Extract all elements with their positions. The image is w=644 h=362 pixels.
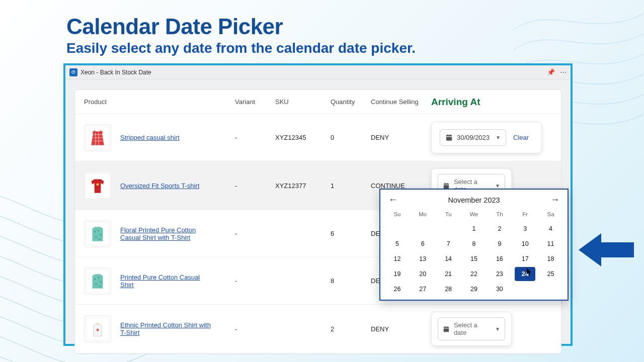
calendar-next-month[interactable]: → [550,195,559,205]
product-link[interactable]: Floral Printed Pure Cotton Casual Shirt … [120,226,211,241]
product-thumbnail [84,124,111,151]
cell-variant: - [235,230,275,237]
window-titlebar: ⟳ Xeon - Back In Stock Date 📌 ⋯ [65,65,571,79]
svg-point-15 [94,278,96,280]
product-thumbnail [84,220,111,247]
calendar-day[interactable]: 20 [413,267,433,281]
calendar-day[interactable]: 12 [387,252,408,266]
calendar-day[interactable]: 11 [540,237,561,251]
app-icon: ⟳ [69,68,77,76]
product-thumbnail [84,315,111,342]
app-window: ⟳ Xeon - Back In Stock Date 📌 ⋯ Product … [63,63,573,346]
table-row: Stripped casual shirt-XYZ123450DENY30/09… [75,114,561,161]
calendar-day[interactable]: 8 [464,237,485,251]
callout-arrow-icon [579,232,634,269]
calendar-day[interactable]: 30 [489,282,510,296]
calendar-day[interactable]: 28 [438,282,459,296]
cell-sku: XYZ12345 [275,134,331,141]
table-row: Ethnic Printed Cotton Shirt with T-Shirt… [75,305,561,353]
svg-point-18 [95,283,97,285]
select-date-button[interactable]: Select a date▼ [438,317,505,340]
cell-arriving: 30/09/2023▼Clear [431,122,552,153]
col-variant: Variant [235,98,275,106]
cell-quantity: 1 [331,182,371,190]
calendar-day[interactable]: 21 [438,267,459,281]
cell-sku: XYZ12377 [275,182,331,190]
cell-variant: - [235,134,275,141]
cell-quantity: 8 [331,277,371,285]
calendar-day[interactable]: 3 [515,222,535,236]
calendar-day[interactable]: 10 [515,237,535,251]
calendar-day-of-week: Fr [512,208,538,221]
svg-rect-21 [97,329,99,331]
product-link[interactable]: Printed Pure Cotton Casual Shirt [120,274,211,289]
cell-continue-selling: DENY [371,325,431,333]
cell-variant: - [235,325,275,333]
svg-point-19 [99,285,101,287]
svg-point-10 [98,230,100,231]
calendar-day[interactable]: 17 [515,252,535,266]
product-thumbnail [84,267,111,295]
calendar-day[interactable]: 14 [438,252,459,266]
cursor-icon [526,268,533,278]
cell-quantity: 2 [331,325,371,333]
calendar-day[interactable]: 15 [464,252,485,266]
calendar-day[interactable]: 6 [413,237,433,251]
svg-point-11 [100,234,102,235]
calendar-day[interactable]: 16 [489,252,510,266]
window-title: Xeon - Back In Stock Date [80,69,151,76]
arrival-date-button[interactable]: 30/09/2023▼ [440,129,506,146]
calendar-month-label: November 2023 [448,196,500,204]
col-continue: Continue Selling [371,98,431,106]
cell-arriving: Select a date▼ [431,312,552,346]
calendar-day-of-week: We [461,208,487,221]
svg-point-16 [98,277,100,279]
calendar-day[interactable]: 22 [464,267,485,281]
col-arriving: Arriving At [431,97,552,108]
svg-point-13 [99,238,101,239]
calendar-day[interactable]: 13 [413,252,433,266]
calendar-prev-month[interactable]: ← [388,195,397,205]
calendar-day[interactable]: 5 [387,237,408,251]
svg-point-9 [94,231,96,232]
svg-point-12 [95,236,97,237]
calendar-day-of-week: Su [384,208,410,221]
calendar-day[interactable]: 19 [387,267,408,281]
cell-variant: - [235,182,275,190]
calendar-day-of-week: Tu [436,208,461,221]
calendar-day[interactable]: 9 [489,237,510,251]
page-title: Calendar Date Picker [66,14,644,39]
calendar-day[interactable]: 25 [540,267,561,281]
svg-point-7 [97,183,99,186]
calendar-day-of-week: Th [487,208,512,221]
cell-quantity: 6 [331,230,371,237]
calendar-day[interactable]: 29 [464,282,485,296]
product-link[interactable]: Stripped casual shirt [120,134,180,141]
svg-point-17 [100,281,102,283]
calendar-popover: ← November 2023 → SuMoTuWeThFrSa12345678… [379,189,569,301]
calendar-day-of-week: Sa [538,208,564,221]
calendar-day[interactable]: 18 [540,252,561,266]
calendar-day[interactable]: 23 [489,267,510,281]
calendar-day[interactable]: 4 [540,222,561,236]
product-link[interactable]: Ethnic Printed Cotton Shirt with T-Shirt [120,321,211,336]
calendar-day[interactable]: 2 [489,222,510,236]
clear-date-link[interactable]: Clear [513,134,529,141]
product-link[interactable]: Oversized Fit Sports T-shirt [120,182,199,190]
product-thumbnail [84,172,111,199]
calendar-day[interactable]: 1 [464,222,485,236]
cell-quantity: 0 [331,134,371,141]
calendar-day[interactable]: 27 [413,282,433,296]
cell-continue-selling: DENY [371,134,431,141]
col-sku: SKU [275,98,331,106]
col-quantity: Quantity [331,98,371,106]
cell-variant: - [235,277,275,285]
table-header: Product Variant SKU Quantity Continue Se… [75,90,561,114]
calendar-day-of-week: Mo [410,208,436,221]
page-subtitle: Easily select any date from the calendar… [66,40,644,56]
calendar-day[interactable]: 26 [387,282,408,296]
pin-icon[interactable]: 📌 [547,68,555,76]
more-icon[interactable]: ⋯ [560,68,567,76]
col-product: Product [84,98,235,106]
calendar-day[interactable]: 7 [438,237,459,251]
